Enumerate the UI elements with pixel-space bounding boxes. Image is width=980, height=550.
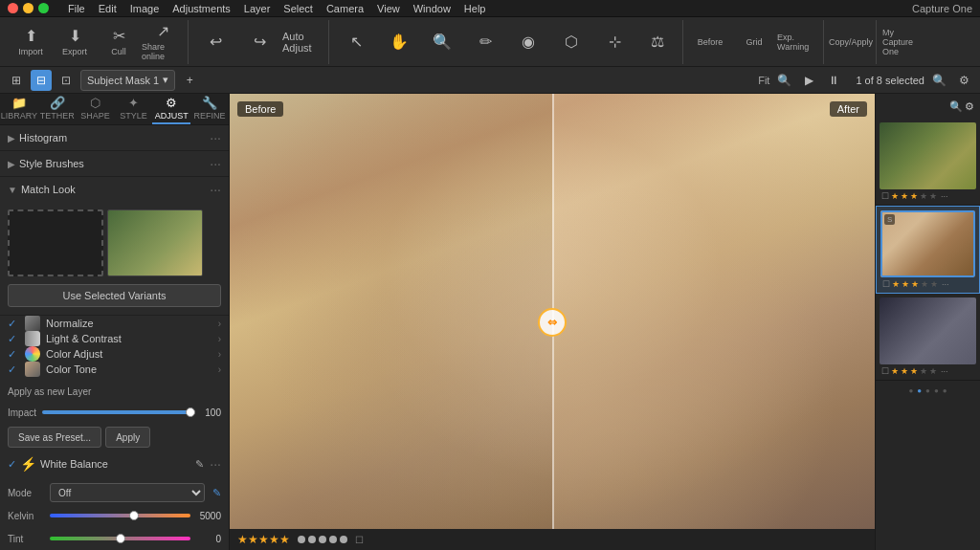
cursor-tool-1[interactable]: ↖ [335, 22, 377, 62]
redo-button[interactable]: ↪ [238, 22, 280, 62]
cursor-tool-7[interactable]: ⊹ [593, 22, 635, 62]
window-controls[interactable] [8, 3, 49, 13]
thumbnail-item-3[interactable]: ☐ ★ ★ ★ ★ ★ ··· [876, 294, 980, 381]
kelvin-slider[interactable] [50, 514, 190, 517]
add-mask-button[interactable]: + [179, 70, 200, 91]
color-dot-2[interactable] [308, 536, 316, 543]
cursor-tool-2[interactable]: ✋ [378, 22, 420, 62]
impact-slider-thumb[interactable] [186, 407, 195, 417]
menu-window[interactable]: Window [413, 3, 451, 14]
image-star-rating[interactable]: ★★★★★ [237, 533, 290, 546]
cursor-tool-8[interactable]: ⚖ [636, 22, 679, 62]
histogram-more[interactable]: ··· [210, 130, 221, 145]
histogram-header[interactable]: ▶ Histogram ··· [0, 125, 229, 150]
color-tone-check: ✓ [8, 363, 19, 376]
exp-warning-button[interactable]: Exp. Warning [777, 22, 819, 62]
page-dot-2[interactable]: ● [917, 386, 922, 395]
color-tone-item[interactable]: ✓ Color Tone › [0, 362, 229, 377]
page-dot-4[interactable]: ● [934, 386, 939, 395]
save-preset-button[interactable]: Save as Preset... [8, 427, 101, 448]
wb-more[interactable]: ··· [210, 456, 221, 472]
single-view-button[interactable]: ⊡ [56, 70, 77, 91]
color-dot-1[interactable] [298, 536, 305, 543]
tab-refine[interactable]: 🔧 REFINE [190, 94, 229, 124]
grid-button[interactable]: Grid [733, 22, 775, 62]
checkbox-1[interactable]: ☐ [881, 191, 889, 201]
page-dot-3[interactable]: ● [925, 386, 930, 395]
wb-pick-icon[interactable]: ✎ [212, 487, 221, 499]
share-button[interactable]: ↗ Share online [142, 22, 184, 62]
split-handle[interactable]: ⇔ [538, 308, 567, 337]
menu-view[interactable]: View [377, 3, 400, 14]
auto-adjust-button[interactable]: Auto Adjust [282, 22, 324, 62]
cull-button[interactable]: ✂ Cull [98, 22, 140, 62]
tab-library[interactable]: 📁 LIBRARY [0, 94, 38, 124]
menu-camera[interactable]: Camera [326, 3, 364, 14]
undo-button[interactable]: ↩ [194, 22, 236, 62]
menu-image[interactable]: Image [130, 3, 160, 14]
checkbox-3[interactable]: ☐ [881, 366, 889, 376]
wb-edit-icon[interactable]: ✎ [195, 458, 204, 471]
star-2-1: ★ [892, 279, 900, 289]
tint-thumb[interactable] [116, 534, 125, 543]
look-thumb-1[interactable] [107, 209, 203, 276]
color-dot-3[interactable] [319, 536, 326, 543]
menu-help[interactable]: Help [464, 3, 486, 14]
tab-adjust[interactable]: ⚙ ADJUST [152, 94, 190, 124]
thumbnail-item-1[interactable]: ☐ ★ ★ ★ ★ ★ ··· [876, 119, 980, 206]
color-adjust-item[interactable]: ✓ Color Adjust › [0, 346, 229, 362]
apply-buttons: Save as Preset... Apply [8, 423, 221, 448]
menu-select[interactable]: Select [283, 3, 313, 14]
before-button[interactable]: Before [689, 22, 731, 62]
kelvin-thumb[interactable] [129, 511, 139, 520]
copy-apply-button[interactable]: Copy/Apply [830, 22, 872, 62]
tint-slider[interactable] [50, 537, 190, 540]
page-dot-5[interactable]: ● [943, 386, 947, 395]
menu-layer[interactable]: Layer [244, 3, 271, 14]
export-button[interactable]: ⬇ Export [54, 22, 96, 62]
page-dot-1[interactable]: ● [908, 386, 913, 395]
wb-mode-select[interactable]: Off As Shot Auto Daylight Cloudy [50, 483, 205, 502]
match-look-header[interactable]: ▼ Match Look ··· [0, 177, 229, 202]
menu-adjustments[interactable]: Adjustments [172, 3, 231, 14]
cursor-tool-4[interactable]: ✏ [464, 22, 506, 62]
close-button[interactable] [8, 3, 18, 13]
color-dot-4[interactable] [329, 536, 337, 543]
my-capture-button[interactable]: My Capture One [882, 22, 924, 62]
tab-tether[interactable]: 🔗 TETHER [38, 94, 77, 124]
right-search-button[interactable]: 🔍 [949, 100, 963, 113]
white-balance-title: White Balance [40, 458, 191, 470]
mask-selector[interactable]: Subject Mask 1 ▾ [80, 70, 175, 91]
style-brushes-more[interactable]: ··· [210, 156, 221, 171]
match-look-more[interactable]: ··· [210, 182, 221, 197]
color-dot-5[interactable] [340, 536, 347, 543]
light-contrast-item[interactable]: ✓ Light & Contrast › [0, 331, 229, 346]
look-thumb-empty-1[interactable] [8, 209, 103, 276]
menu-edit[interactable]: Edit [99, 3, 117, 14]
settings-button[interactable]: ⚙ [953, 70, 974, 91]
style-brushes-header[interactable]: ▶ Style Brushes ··· [0, 151, 229, 176]
image-checkbox-icon[interactable]: ☐ [355, 535, 364, 545]
compare-view-button[interactable]: ⊟ [31, 70, 52, 91]
pause-button[interactable]: ⏸ [823, 70, 844, 91]
right-settings-button[interactable]: ⚙ [965, 100, 974, 113]
white-balance-header[interactable]: ✓ ⚡ White Balance ✎ ··· [0, 451, 229, 476]
tab-shape[interactable]: ⬡ SHAPE [77, 94, 115, 124]
cursor-tool-6[interactable]: ⬡ [550, 22, 592, 62]
minimize-button[interactable] [23, 3, 33, 13]
cursor-tool-3[interactable]: 🔍 [421, 22, 463, 62]
zoom-out-button[interactable]: 🔍 [773, 70, 794, 91]
tab-style[interactable]: ✦ STYLE [114, 94, 152, 124]
import-button[interactable]: ⬆ Import [10, 22, 52, 62]
checkbox-2[interactable]: ☐ [882, 279, 890, 289]
grid-view-button[interactable]: ⊞ [6, 70, 27, 91]
filter-button[interactable]: 🔍 [928, 70, 949, 91]
normalize-item[interactable]: ✓ Normalize › [0, 316, 229, 331]
menu-file[interactable]: File [68, 3, 85, 14]
apply-button[interactable]: Apply [105, 427, 150, 448]
cursor-tool-5[interactable]: ◉ [507, 22, 549, 62]
maximize-button[interactable] [38, 3, 49, 13]
use-variants-button[interactable]: Use Selected Variants [8, 284, 221, 307]
play-button[interactable]: ▶ [798, 70, 819, 91]
thumbnail-item-2[interactable]: S ☐ ★ ★ ★ ★ ★ ··· [876, 206, 980, 294]
